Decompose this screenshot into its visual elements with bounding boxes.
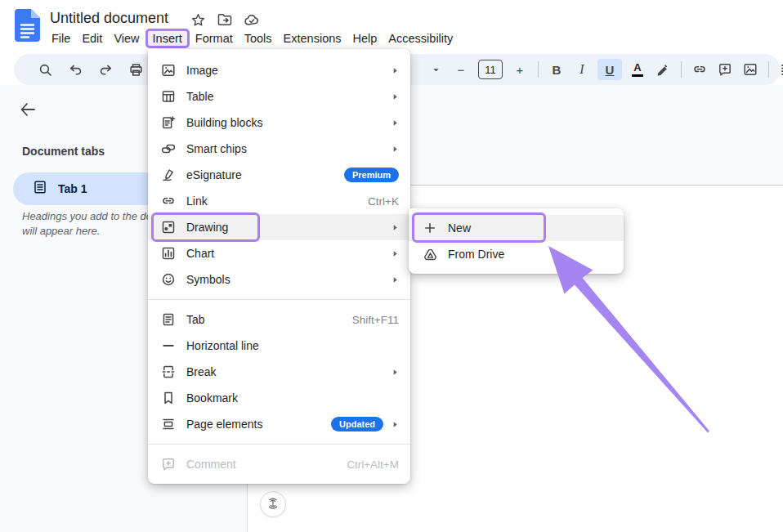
drive-icon [423, 248, 436, 261]
menu-extensions[interactable]: Extensions [278, 30, 347, 47]
underline-button[interactable]: U [597, 59, 622, 80]
search-button[interactable] [35, 59, 55, 80]
menu-item-chart-label: Chart [186, 247, 214, 260]
bold-button-glyph: B [553, 63, 562, 77]
menu-tools[interactable]: Tools [239, 30, 278, 47]
menu-view[interactable]: View [108, 30, 145, 47]
submenu-item-new[interactable]: New [409, 215, 624, 241]
chart-icon [161, 246, 176, 261]
menu-help[interactable]: Help [347, 30, 383, 47]
submenu-arrow-icon [392, 220, 399, 235]
menu-insert[interactable]: Insert [145, 29, 190, 48]
close-sidebar-button[interactable] [18, 100, 39, 121]
decrease-font-size-button-glyph: − [458, 63, 465, 77]
insert-link-button[interactable] [690, 59, 709, 80]
menu-item-smart-chips[interactable]: Smart chips [148, 136, 410, 162]
menu-format[interactable]: Format [190, 30, 239, 47]
link-icon [161, 194, 176, 208]
text-color-button[interactable]: A [628, 59, 647, 80]
menu-item-comment: CommentCtrl+Alt+M [148, 451, 410, 477]
decrease-font-size-button[interactable]: − [451, 59, 471, 80]
image-icon [743, 62, 758, 77]
menu-item-horizontal-line-label: Horizontal line [186, 339, 259, 352]
menu-item-bookmark[interactable]: Bookmark [148, 385, 410, 411]
menu-item-drawing[interactable]: Drawing [148, 214, 410, 240]
toolbar-separator [768, 61, 769, 78]
menu-item-drawing-label: Drawing [186, 221, 228, 234]
building-blocks-icon [161, 115, 176, 130]
menu-item-image[interactable]: Image [148, 57, 410, 83]
italic-button[interactable]: I [572, 59, 592, 80]
undo-button[interactable] [65, 59, 85, 80]
bookmark-icon [161, 391, 176, 405]
comment-add-icon [718, 62, 732, 77]
print-button[interactable] [126, 59, 145, 80]
menu-item-esignature[interactable]: eSignaturePremium [148, 162, 410, 188]
menu-item-table[interactable]: Table [148, 83, 410, 110]
shortcut-hint: Shift+F11 [352, 314, 399, 326]
sidebar-title: Document tabs [22, 145, 105, 158]
toolbar-separator [681, 61, 682, 78]
font-size-input[interactable]: 11 [477, 59, 504, 80]
redo-icon [98, 62, 114, 78]
submenu-arrow-icon [392, 115, 399, 130]
tab-icon [161, 312, 176, 327]
horizontal-line-icon [161, 338, 176, 353]
insert-image-button[interactable] [740, 59, 760, 80]
bold-button[interactable]: B [547, 59, 566, 80]
link-icon [692, 62, 707, 77]
menu-item-comment-label: Comment [186, 458, 236, 471]
highlight-color-button[interactable] [653, 59, 673, 80]
submenu-item-from-drive[interactable]: From Drive [409, 241, 624, 267]
caret-down-icon [432, 65, 441, 74]
highlighter-icon [655, 62, 670, 77]
shortcut-hint: Ctrl+Alt+M [347, 458, 399, 471]
menu-item-link-label: Link [186, 194, 208, 208]
menu-edit[interactable]: Edit [76, 30, 108, 47]
increase-font-size-button-glyph: + [517, 63, 524, 77]
menubar: FileEditViewInsertFormatToolsExtensionsH… [46, 28, 459, 49]
cloud-saved-icon[interactable] [244, 11, 260, 28]
submenu-arrow-icon [392, 63, 399, 78]
menu-item-building-blocks[interactable]: Building blocks [148, 110, 410, 136]
app-header: Untitled document FileEditViewInsertForm… [0, 0, 783, 51]
tab-document-icon [33, 180, 47, 198]
table-icon [161, 89, 176, 104]
menu-item-horizontal-line[interactable]: Horizontal line [148, 333, 410, 359]
google-docs-logo[interactable] [15, 9, 40, 45]
font-size-value[interactable]: 11 [478, 60, 503, 79]
menu-item-link[interactable]: LinkCtrl+K [148, 188, 410, 214]
align-left-icon [780, 62, 783, 78]
redo-button[interactable] [96, 59, 115, 80]
break-icon [161, 364, 176, 379]
move-folder-icon[interactable] [217, 11, 233, 28]
toolbar-right-group: −11+BIUA [426, 54, 783, 85]
gemini-pen-icon [266, 496, 280, 513]
comment-add-icon [161, 457, 176, 472]
help-me-write-button[interactable] [260, 491, 286, 517]
smart-chips-icon [161, 141, 176, 156]
styles-dropdown-caret[interactable] [426, 59, 445, 80]
menu-file[interactable]: File [46, 30, 76, 47]
undo-icon [68, 62, 83, 78]
submenu-arrow-icon [392, 89, 399, 104]
menu-item-symbols-label: Symbols [186, 273, 230, 286]
menu-item-break[interactable]: Break [148, 359, 410, 385]
increase-font-size-button[interactable]: + [510, 59, 530, 80]
search-icon [38, 62, 53, 78]
submenu-arrow-icon [392, 417, 399, 431]
menu-item-tab[interactable]: TabShift+F11 [148, 306, 410, 333]
menu-item-break-label: Break [186, 365, 217, 378]
star-icon[interactable] [190, 11, 206, 28]
document-title[interactable]: Untitled document [50, 10, 168, 27]
menu-item-symbols[interactable]: Symbols [148, 266, 410, 293]
menu-item-chart[interactable]: Chart [148, 240, 410, 266]
menu-accessibility[interactable]: Accessibility [383, 30, 459, 47]
italic-button-glyph: I [579, 62, 584, 77]
align-button[interactable] [777, 59, 783, 80]
submenu-arrow-icon [392, 364, 399, 379]
add-comment-button[interactable] [715, 59, 735, 80]
menu-item-page-elements[interactable]: Page elementsUpdated [148, 411, 410, 437]
menu-item-bookmark-label: Bookmark [186, 391, 238, 405]
menu-item-table-label: Table [186, 90, 213, 103]
